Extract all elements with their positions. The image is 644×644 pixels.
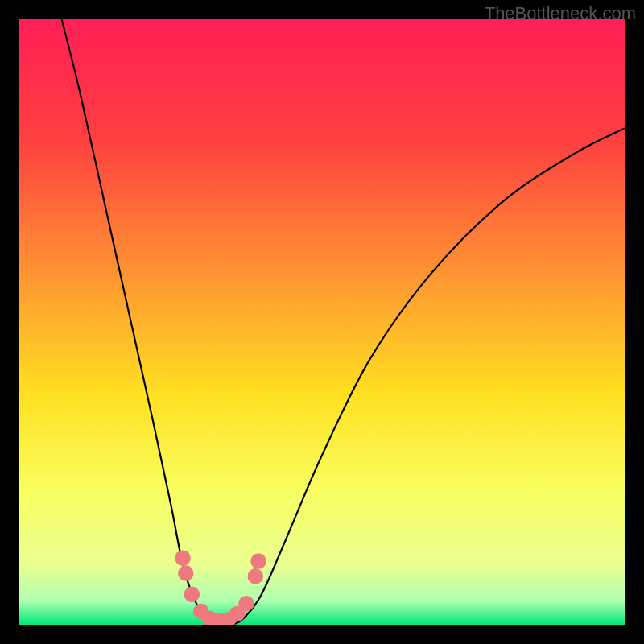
data-marker bbox=[238, 596, 254, 612]
data-marker bbox=[175, 551, 191, 567]
chart-background bbox=[19, 19, 625, 625]
watermark-text: TheBottleneck.com bbox=[485, 3, 636, 24]
data-marker bbox=[184, 587, 200, 603]
data-marker bbox=[248, 568, 264, 584]
data-marker bbox=[178, 565, 194, 581]
chart-frame bbox=[19, 19, 625, 625]
chart-svg bbox=[19, 19, 625, 625]
data-marker bbox=[250, 553, 266, 569]
